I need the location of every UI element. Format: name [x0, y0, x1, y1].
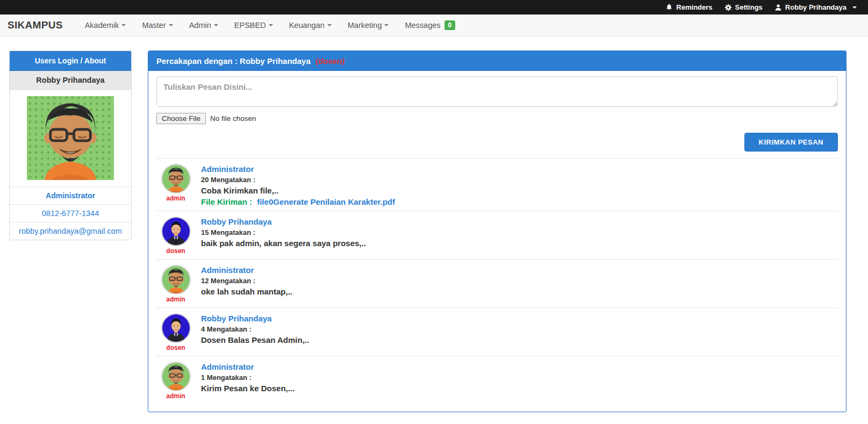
message-meta: 1 Mengatakan : — [201, 373, 295, 382]
nav-item-marketing[interactable]: Marketing — [340, 15, 397, 37]
user-icon — [774, 4, 782, 11]
user-role-link[interactable]: Administrator — [10, 187, 131, 205]
attachment-label: File Kiriman : — [201, 197, 252, 206]
sender-role: admin — [166, 296, 185, 303]
sender-name-link[interactable]: Robby Prihandaya — [201, 217, 366, 226]
sender-avatar — [161, 265, 191, 294]
nav-item-epsbed[interactable]: EPSBED — [226, 15, 281, 37]
messages-count-badge: 0 — [444, 20, 456, 30]
sender-role: dosen — [166, 247, 185, 255]
conversation-title: Percakapan dengan : Robby Prihandaya — [156, 56, 311, 66]
settings-button[interactable]: Settings — [719, 3, 769, 11]
nav-item-keuangan[interactable]: Keuangan — [281, 15, 340, 37]
reminders-button[interactable]: Reminders — [659, 3, 718, 11]
message-row: admin Administrator 1 Mengatakan : Kirim… — [156, 356, 838, 404]
message-text: oke lah sudah mantap,.. — [201, 287, 292, 296]
sender-avatar — [161, 217, 191, 246]
nav-item-master[interactable]: Master — [134, 15, 181, 37]
admin-avatar-icon — [162, 165, 190, 192]
admin-avatar-icon — [162, 363, 190, 390]
brand-logo[interactable]: SIKAMPUS — [0, 19, 70, 31]
file-upload-input[interactable]: Choose File No file chosen — [156, 113, 838, 124]
sender-avatar — [161, 164, 191, 193]
send-row: KIRIMKAN PESAN — [156, 133, 838, 158]
chevron-down-icon — [327, 24, 332, 26]
chevron-down-icon — [169, 24, 173, 26]
nav-item-admin[interactable]: Admin — [181, 15, 226, 37]
attachment-line: File Kiriman : file0Generate Penilaian K… — [201, 197, 395, 206]
conversation-body: Choose File No file chosen KIRIMKAN PESA… — [148, 71, 846, 412]
file-chosen-status: No file chosen — [210, 114, 256, 123]
sender-name-link[interactable]: Robby Prihandaya — [201, 314, 309, 323]
send-message-button[interactable]: KIRIMKAN PESAN — [744, 133, 838, 152]
choose-file-button[interactable]: Choose File — [156, 113, 206, 124]
reminders-label: Reminders — [676, 3, 712, 11]
bell-icon — [665, 4, 673, 11]
message-row: dosen Robby Prihandaya 4 Mengatakan : Do… — [156, 307, 838, 356]
user-menu-label: Robby Prihandaya — [785, 3, 847, 11]
cartoon-man-avatar — [27, 96, 114, 180]
conversation-role-tag: (dosen) — [315, 56, 345, 66]
user-avatar — [10, 90, 131, 187]
chevron-down-icon — [121, 24, 126, 26]
sender-role: admin — [166, 392, 185, 400]
message-row: admin Administrator 12 Mengatakan : oke … — [156, 259, 838, 307]
sender-avatar — [161, 362, 191, 391]
page-content: Users Login / About Robby Prihandaya Adm… — [0, 37, 868, 412]
sender-name-link[interactable]: Administrator — [201, 362, 295, 371]
message-text: baik pak admin, akan segera saya proses,… — [201, 239, 366, 248]
admin-avatar-icon — [162, 266, 190, 293]
message-meta: 4 Mengatakan : — [201, 325, 309, 333]
message-meta: 12 Mengatakan : — [201, 277, 292, 285]
message-text: Dosen Balas Pesan Admin,.. — [201, 335, 309, 344]
conversation-header: Percakapan dengan : Robby Prihandaya (do… — [148, 51, 846, 71]
message-textarea[interactable] — [156, 76, 838, 107]
chevron-down-icon — [384, 24, 389, 26]
user-display-name: Robby Prihandaya — [10, 71, 131, 90]
user-phone-link[interactable]: 0812-6777-1344 — [10, 205, 131, 222]
user-about-panel: Users Login / About Robby Prihandaya Adm… — [9, 51, 132, 240]
message-list: admin Administrator 20 Mengatakan : Coba… — [156, 158, 838, 404]
dosen-avatar-icon — [162, 314, 190, 342]
attachment-link[interactable]: file0Generate Penilaian Karakter.pdf — [257, 197, 395, 206]
nav-menu: Akademik Master Admin EPSBED Keuangan Ma… — [77, 15, 464, 37]
sender-role: admin — [166, 195, 185, 202]
dosen-avatar-icon — [162, 218, 190, 245]
user-menu[interactable]: Robby Prihandaya — [769, 3, 863, 11]
conversation-panel: Percakapan dengan : Robby Prihandaya (do… — [148, 51, 847, 412]
gear-icon — [724, 4, 732, 11]
settings-label: Settings — [735, 3, 763, 11]
nav-item-akademik[interactable]: Akademik — [77, 15, 134, 37]
sender-role: dosen — [166, 344, 185, 351]
sender-name-link[interactable]: Administrator — [201, 265, 292, 275]
user-email-link[interactable]: robby.prihandaya@gmail.com — [10, 222, 131, 240]
chevron-down-icon — [852, 6, 857, 9]
message-row: admin Administrator 20 Mengatakan : Coba… — [156, 158, 838, 211]
sender-name-link[interactable]: Administrator — [201, 164, 395, 174]
main-navbar: SIKAMPUS Akademik Master Admin EPSBED Ke… — [0, 15, 868, 37]
message-meta: 15 Mengatakan : — [201, 228, 366, 236]
message-row: dosen Robby Prihandaya 15 Mengatakan : b… — [156, 211, 838, 259]
message-text: Kirim Pesan ke Dosen,... — [201, 384, 295, 393]
chevron-down-icon — [269, 24, 273, 26]
nav-item-messages[interactable]: Messages 0 — [397, 15, 463, 37]
panel-title: Users Login / About — [10, 51, 131, 71]
sender-avatar — [161, 313, 191, 343]
top-utility-bar: Reminders Settings Robby Prihand — [0, 0, 868, 15]
message-meta: 20 Mengatakan : — [201, 176, 395, 184]
message-text: Coba Kirimkan file,.. — [201, 186, 395, 195]
chevron-down-icon — [214, 24, 218, 26]
